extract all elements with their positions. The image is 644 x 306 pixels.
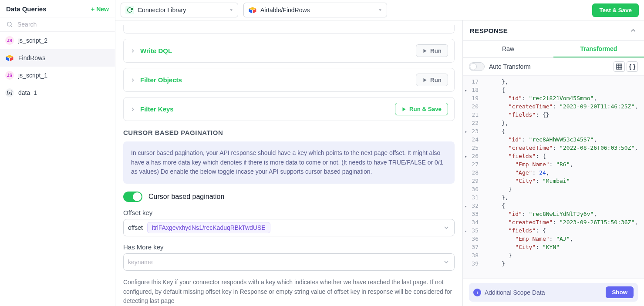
- scope-label: Additional Scope Data: [485, 289, 545, 296]
- hasmore-helper-text: Configure this Key if your connector res…: [123, 278, 455, 306]
- offset-key-prefix: offset: [128, 224, 143, 231]
- pagination-info: In cursor based pagination, your API res…: [123, 141, 455, 184]
- run-dql-button[interactable]: Run: [416, 44, 448, 57]
- run-label: Run: [430, 77, 442, 83]
- code-line: 30 }: [463, 185, 644, 193]
- svg-line-1: [11, 26, 12, 27]
- hasmore-key-placeholder: keyname: [128, 259, 153, 266]
- view-json-icon[interactable]: { }: [627, 61, 638, 72]
- panel-filter-objects: Filter Objects Run: [123, 68, 455, 92]
- chevron-right-icon[interactable]: [130, 77, 136, 83]
- code-line: 28 "Age": 24,: [463, 168, 644, 177]
- sidebar-item[interactable]: JSjs_script_2: [0, 32, 115, 49]
- play-icon: [422, 48, 428, 54]
- panel-write-dql: Write DQL Run: [123, 39, 455, 63]
- run-filter-objects-button[interactable]: Run: [416, 74, 448, 86]
- auto-transform-label: Auto Transform: [489, 63, 531, 70]
- new-query-button[interactable]: + New: [91, 6, 109, 13]
- collapse-response-icon[interactable]: [629, 27, 637, 34]
- code-line: 32▾ {: [463, 202, 644, 210]
- code-line: 23▾ {: [463, 127, 644, 135]
- cursor-pagination-toggle[interactable]: [123, 192, 142, 202]
- sidebar-item-label: js_script_1: [18, 72, 47, 79]
- play-icon: [401, 107, 407, 112]
- offset-key-label: Offset key: [123, 209, 455, 216]
- sidebar-item[interactable]: JSjs_script_1: [0, 67, 115, 84]
- code-line: 22 },: [463, 119, 644, 127]
- sidebar-item[interactable]: FindRows: [0, 49, 115, 67]
- svg-point-0: [7, 22, 11, 26]
- code-line: 34 "createdTime": "2023-09-26T15:50:36Z"…: [463, 218, 644, 226]
- code-line: 31 },: [463, 193, 644, 202]
- code-line: 37 "City": "KYN": [463, 243, 644, 251]
- connector-library-icon: [125, 6, 134, 14]
- hasmore-key-select[interactable]: keyname: [123, 253, 455, 271]
- chevron-down-icon: [377, 7, 383, 13]
- code-line: 19 "id": "rec2l821Vom45Smmo",: [463, 94, 644, 102]
- chevron-down-icon: [443, 259, 450, 266]
- test-save-button[interactable]: Test & Save: [592, 3, 639, 17]
- run-label: Run: [430, 47, 442, 54]
- search-input[interactable]: [17, 21, 109, 28]
- run-save-label: Run & Save: [409, 106, 442, 112]
- code-line: 39 }: [463, 259, 644, 268]
- chevron-right-icon[interactable]: [130, 48, 136, 54]
- run-save-filter-keys-button[interactable]: Run & Save: [395, 103, 448, 115]
- play-icon: [422, 77, 428, 83]
- chevron-right-icon[interactable]: [130, 106, 136, 112]
- sidebar-item-label: data_1: [18, 89, 37, 96]
- pagination-heading: CURSOR BASED PAGINATION: [123, 129, 455, 136]
- response-title: RESPONSE: [470, 27, 508, 34]
- panel-write-dql-title: Write DQL: [140, 47, 172, 54]
- code-line: 20 "createdTime": "2023-09-20T11:46:25Z"…: [463, 102, 644, 111]
- editor-center: Run Write DQL Run: [115, 20, 463, 306]
- sidebar-item-label: js_script_2: [18, 37, 47, 44]
- svg-marker-8: [424, 49, 427, 53]
- svg-rect-11: [617, 64, 622, 69]
- code-line: 35▾ "fields": {: [463, 226, 644, 235]
- connector-type-select[interactable]: Connector Library: [121, 3, 238, 17]
- connector-type-value: Connector Library: [138, 7, 186, 13]
- code-line: 33 "id": "rec8NwLiYdNlTJy6v",: [463, 210, 644, 218]
- offset-key-select[interactable]: offset itrlFAxgevxhydNs1/recKaduqRBkTwdU…: [123, 219, 455, 236]
- panel-filter-keys: Filter Keys Run & Save: [123, 97, 455, 121]
- code-line: 18▾ {: [463, 86, 644, 94]
- sidebar-item-label: FindRows: [18, 54, 45, 61]
- response-code[interactable]: 17 },18▾ {19 "id": "rec2l821Vom45Smmo",2…: [463, 75, 644, 279]
- airtable-icon: [248, 6, 257, 14]
- tab-transformed[interactable]: Transformed: [553, 41, 644, 57]
- chevron-down-icon: [443, 224, 450, 231]
- search-icon: [6, 21, 13, 28]
- info-icon: i: [473, 289, 481, 296]
- code-line: 26▾ "fields": {: [463, 152, 644, 160]
- connector-instance-value: Airtable/FindRows: [260, 7, 310, 13]
- connector-instance-select[interactable]: Airtable/FindRows: [243, 3, 387, 17]
- sidebar: Data Queries + New JSjs_script_2FindRows…: [0, 0, 115, 306]
- show-scope-button[interactable]: Show: [606, 286, 634, 298]
- new-label: New: [96, 6, 109, 13]
- code-line: 25 "createdTime": "2022-08-26T06:03:50Z"…: [463, 144, 644, 152]
- topbar: Connector Library Airtable/FindRows Test…: [115, 0, 644, 20]
- search-field[interactable]: [0, 17, 115, 32]
- plus-icon: +: [91, 6, 94, 13]
- airtable-icon: [5, 54, 14, 62]
- code-line: 24 "id": "rec8AHhWW53c345S7",: [463, 135, 644, 144]
- js-icon: JS: [5, 36, 14, 45]
- code-line: 21 "fields": {}: [463, 111, 644, 119]
- code-line: 36 "Emp Name": "AJ",: [463, 235, 644, 243]
- view-table-icon[interactable]: [614, 61, 625, 72]
- offset-key-value-chip: itrlFAxgevxhydNs1/recKaduqRBkTwdUSE: [147, 222, 270, 233]
- js-icon: JS: [5, 71, 14, 80]
- response-panel: RESPONSE Raw Transformed Auto Transform: [463, 20, 644, 306]
- code-line: 38 }: [463, 251, 644, 259]
- variable-icon: {x}: [5, 88, 14, 97]
- sidebar-title: Data Queries: [6, 5, 47, 13]
- chevron-down-icon: [228, 7, 234, 13]
- svg-marker-10: [402, 107, 405, 111]
- code-line: 17 },: [463, 77, 644, 86]
- code-line: 27 "Emp Name": "RG",: [463, 160, 644, 168]
- hasmore-key-label: Has More key: [123, 243, 455, 251]
- sidebar-item[interactable]: {x}data_1: [0, 84, 115, 101]
- auto-transform-toggle[interactable]: [469, 62, 485, 71]
- tab-raw[interactable]: Raw: [463, 41, 553, 57]
